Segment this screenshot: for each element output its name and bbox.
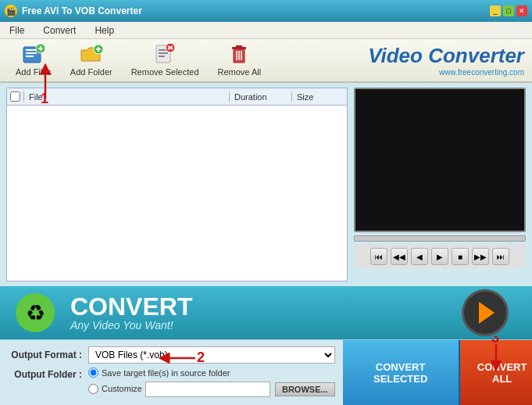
col-file: File: [24, 92, 230, 102]
minimize-button[interactable]: _: [490, 5, 501, 16]
add-folder-label: Add Folder: [70, 67, 112, 77]
remove-selected-icon: [153, 44, 177, 66]
svg-rect-9: [98, 47, 99, 52]
browse-button[interactable]: BROWSE...: [275, 382, 335, 396]
output-format-select[interactable]: VOB Files (*.vob) AVI Files (*.avi) MP4 …: [88, 346, 335, 364]
browse-path-input[interactable]: [145, 382, 270, 397]
remove-selected-button[interactable]: Remove Selected: [123, 41, 207, 80]
toolbar: Add Files Add Folder: [0, 39, 532, 83]
svg-rect-2: [26, 52, 37, 54]
col-duration: Duration: [230, 92, 292, 102]
convert-banner: ♻ CONVERT Any Video You Want!: [0, 286, 532, 339]
col-size: Size: [292, 92, 347, 102]
folder-option-custom: Customize BROWSE...: [88, 380, 335, 397]
add-files-icon: [22, 44, 45, 66]
app-title: Free AVI To VOB Converter: [22, 5, 142, 16]
brand-url: www.freeconverting.com: [439, 68, 524, 77]
select-all-checkbox[interactable]: [10, 91, 20, 102]
browse-area: BROWSE...: [145, 382, 335, 397]
video-screen: [354, 88, 526, 232]
convert-buttons: CONVERT SELECTED CONVERT ALL: [343, 340, 532, 405]
skip-forward-button[interactable]: ⏭: [492, 248, 509, 265]
play-button[interactable]: ▶: [431, 248, 448, 265]
video-progress-bar[interactable]: [354, 235, 526, 242]
col-check[interactable]: [7, 91, 24, 102]
convert-icon: ♻: [16, 293, 55, 332]
remove-all-label: Remove All: [218, 67, 262, 77]
svg-rect-3: [26, 56, 34, 57]
add-folder-icon: [80, 44, 103, 66]
folder-custom-radio[interactable]: [88, 384, 98, 394]
file-list[interactable]: File Duration Size: [6, 88, 348, 281]
bottom-area: Output Format : VOB Files (*.vob) AVI Fi…: [0, 339, 532, 405]
file-list-body: [7, 106, 347, 281]
skip-back-button[interactable]: ⏮: [370, 248, 387, 265]
film-reel: [462, 289, 509, 336]
stop-button[interactable]: ■: [452, 248, 469, 265]
window-controls[interactable]: _ □ ✕: [490, 5, 527, 16]
output-folder-label: Output Folder :: [8, 367, 82, 380]
convert-all-button[interactable]: CONVERT ALL: [460, 340, 532, 405]
folder-options: Save target file(s) in source folder Cus…: [88, 367, 335, 397]
folder-source-radio[interactable]: [88, 367, 98, 378]
menu-bar: File Convert Help: [0, 22, 532, 39]
convert-selected-button[interactable]: CONVERT SELECTED: [343, 340, 460, 405]
banner-main-text: CONVERT: [70, 294, 192, 319]
brand-area: Video Converter www.freeconverting.com: [368, 44, 524, 77]
app-icon: 🎬: [5, 5, 17, 17]
rewind-button[interactable]: ◀◀: [391, 248, 408, 265]
title-bar-left: 🎬 Free AVI To VOB Converter: [5, 5, 142, 17]
remove-all-icon: [227, 44, 251, 66]
menu-file[interactable]: File: [6, 23, 27, 38]
output-folder-row: Output Folder : Save target file(s) in s…: [8, 367, 335, 397]
fast-forward-button[interactable]: ▶▶: [472, 248, 489, 265]
output-settings: Output Format : VOB Files (*.vob) AVI Fi…: [0, 340, 343, 405]
output-format-row: Output Format : VOB Files (*.vob) AVI Fi…: [8, 346, 335, 364]
remove-all-button[interactable]: Remove All: [210, 41, 270, 80]
folder-option-source: Save target file(s) in source folder: [88, 367, 335, 378]
folder-custom-label: Customize: [102, 384, 142, 393]
maximize-button[interactable]: □: [503, 5, 514, 16]
close-button[interactable]: ✕: [516, 5, 527, 16]
svg-rect-1: [26, 49, 37, 51]
menu-help[interactable]: Help: [91, 23, 117, 38]
folder-source-label: Save target file(s) in source folder: [102, 368, 230, 378]
remove-selected-label: Remove Selected: [131, 67, 199, 77]
video-preview: ⏮ ◀◀ ◀ ▶ ■ ▶▶ ⏭: [354, 88, 526, 281]
step-back-button[interactable]: ◀: [411, 248, 428, 265]
svg-rect-18: [236, 45, 242, 48]
add-files-label: Add Files: [16, 67, 52, 77]
banner-text: CONVERT Any Video You Want!: [70, 294, 192, 332]
add-folder-button[interactable]: Add Folder: [62, 41, 120, 80]
video-controls: ⏮ ◀◀ ◀ ▶ ■ ▶▶ ⏭: [354, 245, 526, 268]
file-list-header: File Duration Size: [7, 88, 347, 106]
main-area: File Duration Size ⏮ ◀◀ ◀ ▶ ■ ▶▶ ⏭: [0, 83, 532, 286]
banner-sub-text: Any Video You Want!: [70, 319, 192, 332]
banner-film-icon: [462, 289, 516, 336]
title-bar: 🎬 Free AVI To VOB Converter _ □ ✕: [0, 0, 532, 22]
output-format-label: Output Format :: [8, 349, 82, 360]
brand-title: Video Converter: [368, 44, 524, 68]
menu-convert[interactable]: Convert: [40, 23, 79, 38]
film-play-icon: [479, 302, 495, 324]
svg-rect-6: [40, 46, 41, 51]
add-files-button[interactable]: Add Files: [8, 41, 59, 80]
